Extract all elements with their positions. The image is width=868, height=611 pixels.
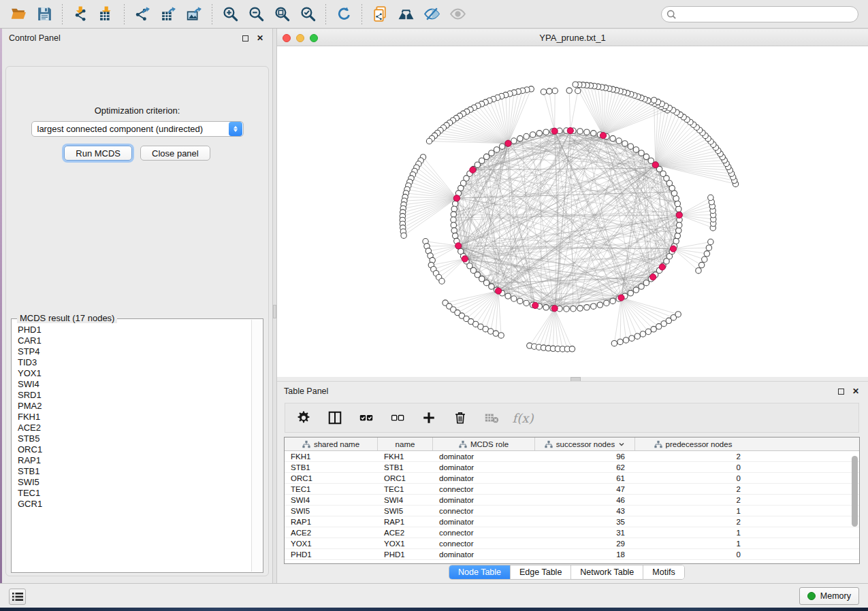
select-all-rows-icon[interactable] [356,408,376,428]
table-row[interactable]: FKH1FKH1dominator962 [285,451,859,462]
mcds-result-item[interactable]: ACE2 [18,423,263,433]
tab-motifs[interactable]: Motifs [643,565,684,579]
table-cell: RAP1 [378,516,433,527]
table-row[interactable]: STB1STB1dominator620 [285,462,859,473]
zoom-out-icon[interactable] [243,3,269,26]
tab-node-table[interactable]: Node Table [449,565,510,579]
network-graph[interactable] [277,46,868,376]
mcds-result-item[interactable]: GCR1 [18,499,263,510]
close-table-panel-icon[interactable]: ✕ [850,386,861,397]
create-column-icon[interactable] [419,408,439,428]
mcds-result-item[interactable]: TEC1 [18,488,263,499]
table-row[interactable]: RAP1RAP1dominator352 [285,516,859,527]
table-cell: 0 [635,549,751,559]
table-cell: 61 [535,473,635,483]
table-cell: dominator [433,495,535,505]
mcds-result-item[interactable]: PMA2 [18,401,263,412]
new-network-from-selection-icon[interactable] [367,3,393,26]
tab-network-table[interactable]: Network Table [570,565,643,579]
mcds-result-box: MCDS result (17 nodes) PHD1CAR1STP4TID3Y… [11,318,263,573]
zoom-fit-icon[interactable] [269,3,295,26]
panel-menu-button[interactable] [9,589,26,605]
mcds-result-item[interactable]: SRD1 [18,390,263,401]
control-panel-title: Control Panel [9,33,61,43]
zoom-in-icon[interactable] [217,3,243,26]
deselect-all-rows-icon[interactable] [387,408,408,428]
table-row[interactable]: TEC1TEC1connector472 [285,484,859,495]
list-icon [12,592,23,601]
hide-selected-icon[interactable] [419,3,445,26]
table-row[interactable]: ACE2ACE2connector311 [285,527,859,538]
table-column-icon [545,440,553,448]
column-header-name[interactable]: name [378,437,433,450]
control-panel: Control Panel ✕ NetworkStyleSelectMCDS O… [2,29,272,583]
table-row[interactable]: SWI4SWI4dominator462 [285,495,859,506]
open-file-icon[interactable] [5,3,31,26]
table-row[interactable]: PHD1PHD1dominator180 [285,549,859,560]
table-cell: ORC1 [378,473,433,483]
export-image-icon[interactable] [181,3,207,26]
table-cell: SWI5 [378,506,433,516]
mcds-result-list: PHD1CAR1STP4TID3YOX1SWI4SRD1PMA2FKH1ACE2… [12,319,263,510]
toolbar-separator [361,4,362,24]
mcds-result-item[interactable]: YOX1 [18,368,263,379]
table-cell: ORC1 [285,473,378,483]
export-network-icon[interactable] [129,3,155,26]
run-mcds-button[interactable]: Run MCDS [64,146,132,161]
table-scrollbar-thumb[interactable] [852,456,858,527]
column-header-MCDS-role[interactable]: MCDS role [433,437,535,450]
delete-column-icon[interactable] [450,408,470,428]
memory-button[interactable]: Memory [799,587,859,605]
mcds-result-scrollbar[interactable] [251,320,262,572]
zoom-selected-icon[interactable] [295,3,321,26]
node-table-header: shared namenameMCDS rolesuccessor nodesp… [285,437,859,451]
mcds-result-item[interactable]: SWI5 [18,477,263,488]
table-cell: 46 [535,495,635,505]
mcds-result-item[interactable]: STB5 [18,433,263,444]
table-cell: 2 [635,495,751,505]
export-table-icon[interactable] [155,3,181,26]
table-cell: connector [433,527,535,538]
mcds-result-item[interactable]: PHD1 [18,325,263,335]
mcds-result-item[interactable]: STB1 [18,466,263,477]
mcds-result-item[interactable]: FKH1 [18,412,263,423]
table-cell: 1 [635,506,751,516]
float-table-panel-icon[interactable] [835,386,846,397]
table-cell: 0 [635,462,751,472]
refresh-icon[interactable] [331,3,357,26]
show-columns-icon[interactable] [325,408,345,428]
search-input[interactable] [661,6,858,22]
float-panel-icon[interactable] [240,33,251,44]
table-cell: 43 [535,506,635,516]
vertical-splitter[interactable] [272,29,277,583]
table-cell: 47 [535,484,635,494]
column-header-predecessor-nodes[interactable]: predecessor nodes [635,437,751,450]
mcds-result-item[interactable]: SWI4 [18,379,263,390]
column-header-successor-nodes[interactable]: successor nodes [535,437,635,450]
table-settings-gear-icon[interactable] [293,408,314,428]
table-cell: STB1 [285,462,378,472]
table-row[interactable]: YOX1YOX1connector291 [285,538,859,549]
table-row[interactable]: SWI5SWI5connector431 [285,506,859,516]
mcds-result-item[interactable]: STP4 [18,346,263,357]
table-cell: dominator [433,451,535,461]
table-row[interactable]: ORC1ORC1dominator610 [285,473,859,484]
import-table-icon[interactable] [93,3,119,26]
mcds-result-item[interactable]: ORC1 [18,444,263,455]
node-table[interactable]: shared namenameMCDS rolesuccessor nodesp… [284,437,860,564]
table-cell: 1 [635,538,751,548]
close-panel-button[interactable]: Close panel [140,146,210,161]
close-panel-icon[interactable]: ✕ [255,33,266,44]
column-header-shared-name[interactable]: shared name [285,437,378,450]
mcds-result-item[interactable]: RAP1 [18,455,263,466]
first-neighbors-icon[interactable] [393,3,419,26]
table-scrollbar[interactable] [852,453,858,562]
tab-edge-table[interactable]: Edge Table [510,565,570,579]
mcds-result-item[interactable]: TID3 [18,357,263,368]
mcds-result-item[interactable]: CAR1 [18,335,263,346]
optimization-criterion-select[interactable]: largest connected component (undirected) [31,121,244,137]
splitter-grip[interactable] [273,305,276,318]
import-network-icon[interactable] [67,3,93,26]
status-bar: Memory [0,583,868,608]
save-session-icon[interactable] [31,3,57,26]
